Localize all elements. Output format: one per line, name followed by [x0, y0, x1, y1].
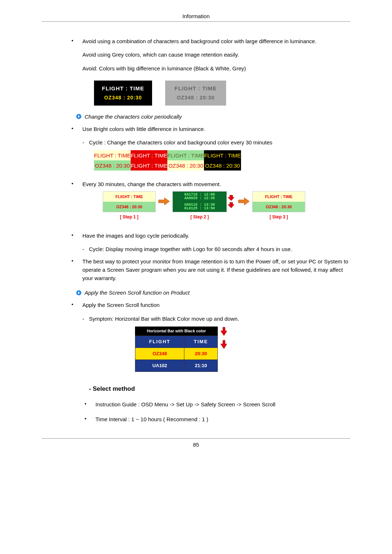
cell-text: FLIGHT : TIME — [204, 150, 241, 160]
list-item: Instruction Guide : OSD Menu -> Set Up -… — [89, 400, 350, 409]
step-label: [ Step 2 ] — [172, 214, 227, 221]
cell-text: FLIGHT : TIME — [167, 150, 204, 160]
cell-text: OZ348 : 20:30 — [253, 202, 305, 212]
page-header: Information — [42, 13, 350, 22]
cell-text: OZ348 : 20:30 — [94, 160, 131, 171]
cell-text: UA0110 : 13:30 KL0125 : 13:50 — [173, 202, 226, 212]
list-item: Every 30 minutes, change the characters … — [76, 180, 350, 221]
cell-text: OZ348 : 20:30 — [103, 202, 155, 212]
board: Horizontal Bar with Black color FLIGHT T… — [135, 327, 218, 372]
arrow-right-icon — [236, 191, 252, 212]
cell-text: FLIGHT : TIME — [103, 192, 155, 202]
list-item: Cycle : Change the characters color and … — [82, 138, 350, 147]
page-footer: 85 — [42, 438, 350, 448]
list-item: Apply the Screen Scroll function Symptom… — [76, 301, 350, 423]
list-item: Cycle: Display moving image together wit… — [82, 245, 350, 253]
body-text: Time Interval : 1 ~ 10 hours ( Recommend… — [95, 416, 208, 422]
step-label: [ Step 3 ] — [252, 214, 305, 221]
arrow-bullet-icon — [76, 114, 82, 119]
section-heading: Apply the Screen Scroll function on Prod… — [76, 290, 350, 296]
arrow-bullet-icon — [76, 290, 82, 296]
body-text: Cycle: Display moving image together wit… — [89, 246, 292, 252]
cell-text: FLIGHT : TIME — [131, 160, 167, 171]
figure-avoid-luminance: FLIGHT : TIME OZ348 : 20:30 FLIGHT : TIM… — [94, 81, 350, 106]
body-text: Instruction Guide : OSD Menu -> Set Up -… — [95, 401, 275, 407]
body-text: Have the images and logo cycle periodica… — [82, 233, 189, 239]
down-arrow-icon — [221, 340, 227, 349]
example-card-black: FLIGHT : TIME OZ348 : 20:30 — [94, 81, 152, 106]
card-text: OZ348 : 20:30 — [94, 94, 152, 102]
select-method-heading: - Select method — [89, 384, 350, 394]
step-1: FLIGHT : TIME OZ348 : 20:30 [ Step 1 ] — [103, 191, 156, 221]
table-cell: OZ348 — [135, 348, 184, 360]
table-cell: 20:30 — [184, 348, 218, 360]
cell-text: KA1710 : 12:00 AA0025 : 12:35 — [173, 192, 226, 202]
section-title: Change the characters color periodically — [85, 114, 182, 120]
body-text: Apply the Screen Scroll function — [82, 302, 160, 308]
figure-color-cycle: FLIGHT : TIME OZ348 : 20:30 FLIGHT : TIM… — [94, 150, 350, 171]
body-text: Avoid: Colors with big difference in lum… — [82, 64, 350, 73]
body-text: Cycle : Change the characters color and … — [89, 139, 272, 145]
figure-movement-cycle: FLIGHT : TIME OZ348 : 20:30 [ Step 1 ] K… — [103, 191, 350, 221]
list-item: Time Interval : 1 ~ 10 hours ( Recommend… — [89, 415, 350, 423]
list-item: Avoid using a combination of characters … — [76, 37, 350, 106]
cell-text: OZ348 : 20:30 — [167, 160, 204, 171]
body-text: The best way to protect your monitor fro… — [82, 258, 348, 282]
cell-text: FLIGHT : TIME — [94, 150, 131, 160]
step-3: FLIGHT : TIME OZ348 : 20:30 [ Step 3 ] — [252, 191, 305, 221]
heading-text: - Select method — [89, 385, 135, 392]
body-text: Avoid using a combination of characters … — [82, 38, 317, 44]
card-text: FLIGHT : TIME — [165, 84, 226, 93]
body-text: Every 30 minutes, change the characters … — [82, 181, 221, 187]
example-card-grey: FLIGHT : TIME OZ348 : 20:30 — [165, 81, 226, 106]
list-item: Use Bright colors with little difference… — [76, 125, 350, 171]
flight-table: FLIGHT TIME OZ348 20:30 UA102 21:10 — [135, 336, 218, 372]
page-content: Avoid using a combination of characters … — [76, 37, 350, 424]
table-cell: UA102 — [135, 360, 184, 372]
table-header: FLIGHT — [135, 336, 184, 348]
header-title: Information — [182, 13, 209, 19]
section-heading: Change the characters color periodically — [76, 114, 350, 120]
arrow-right-icon — [156, 191, 172, 212]
table-header: TIME — [184, 336, 218, 348]
list-item: The best way to protect your monitor fro… — [76, 257, 350, 283]
down-arrow-icon — [221, 327, 227, 336]
list-item: Symptom: Horizontal Bar with Black Color… — [82, 315, 350, 323]
body-text: Use Bright colors with little difference… — [82, 126, 205, 132]
body-text: Avoid using Grey colors, which can cause… — [82, 50, 350, 59]
figure-screen-scroll: Horizontal Bar with Black color FLIGHT T… — [135, 327, 350, 372]
black-bar: Horizontal Bar with Black color — [135, 327, 218, 336]
step-2: KA1710 : 12:00 AA0025 : 12:35 UA0110 : 1… — [172, 191, 227, 221]
page-number: 85 — [193, 442, 199, 448]
cell-text: FLIGHT : TIME — [131, 150, 167, 160]
step-label: [ Step 1 ] — [103, 214, 156, 221]
page: Information Avoid using a combination of… — [0, 0, 392, 554]
down-arrow-icon — [227, 191, 236, 212]
section-title: Apply the Screen Scroll function on Prod… — [85, 290, 189, 296]
card-text: OZ348 : 20:30 — [165, 94, 226, 102]
body-text: Symptom: Horizontal Bar with Black Color… — [89, 316, 239, 322]
list-item: Have the images and logo cycle periodica… — [76, 231, 350, 254]
down-arrows — [221, 327, 227, 349]
table-cell: 21:10 — [184, 360, 218, 372]
cell-text: FLIGHT : TIME — [253, 192, 305, 202]
cell-text: OZ348 : 20:30 — [204, 160, 241, 171]
card-text: FLIGHT : TIME — [94, 84, 152, 93]
